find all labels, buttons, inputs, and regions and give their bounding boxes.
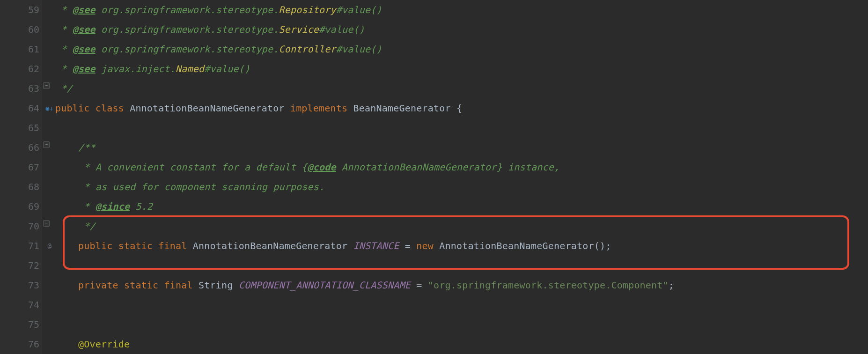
gutter-line: 61 [0,39,39,59]
interface-name: BeanNameGenerator [353,103,456,114]
gutter-line: 72 [0,256,39,275]
javadoc-text: 5.2 [130,201,153,212]
code-line[interactable]: private static final String COMPONENT_AN… [55,275,868,295]
code-line[interactable]: public class AnnotationBeanNameGenerator… [55,98,868,118]
javadoc-member-ref: #value() [336,44,382,55]
gutter-line: 59 [0,0,39,20]
line-number: 69 [28,201,39,212]
javadoc-see-tag: @see [73,4,96,15]
code-line[interactable]: */ [55,216,868,236]
gutter-line: 64 ◉↓ [0,98,39,118]
code-line[interactable]: * @see javax.inject.Named#value() [55,59,868,79]
javadoc-end: */ [55,83,73,94]
line-number: 73 [28,280,39,291]
line-number: 74 [28,299,39,310]
keyword-new: new [416,240,439,251]
code-line[interactable]: * as used for component scanning purpose… [55,177,868,197]
code-line[interactable]: * @since 5.2 [55,197,868,216]
gutter-line: 73 [0,275,39,295]
keyword-class: class [96,103,130,114]
code-line[interactable]: */ [55,79,868,98]
javadoc-start: /** [55,142,96,153]
code-area[interactable]: * @see org.springframework.stereotype.Re… [53,0,868,354]
gutter-line: 60 [0,20,39,39]
code-line[interactable] [55,315,868,334]
javadoc-package-ref: org.springframework.stereotype. [96,4,279,15]
javadoc-since-tag: @since [96,201,130,212]
line-number: 64 [28,103,39,114]
keyword-final: final [158,240,192,251]
fold-toggle-icon[interactable]: − [43,141,50,148]
line-number: 66 [28,142,39,153]
javadoc-text: * [55,63,73,74]
gutter-line: 67 [0,157,39,177]
code-line[interactable]: public static final AnnotationBeanNameGe… [55,236,868,256]
javadoc-class-ref: Repository [279,4,336,15]
code-line[interactable]: /** [55,138,868,157]
line-number: 62 [28,63,39,74]
constant-name: INSTANCE [353,240,399,251]
javadoc-see-tag: @see [73,63,96,74]
gutter: 59 60 61 62 63 64 ◉↓ 65 66 67 68 69 70 7… [0,0,42,354]
type-ref: String [199,280,239,291]
code-line[interactable]: * A convenient constant for a default {@… [55,157,868,177]
assign-op: = [399,240,416,251]
fold-toggle-icon[interactable]: − [43,82,50,89]
line-number: 72 [28,260,39,271]
type-ref: AnnotationBeanNameGenerator [193,240,353,251]
semicolon: ; [669,280,674,291]
code-line[interactable]: * @see org.springframework.stereotype.Re… [55,0,868,20]
constant-name: COMPONENT_ANNOTATION_CLASSNAME [239,280,411,291]
annotation-override: @Override [78,339,130,350]
javadoc-text: * [55,44,73,55]
gutter-line: 68 [0,177,39,197]
line-number: 61 [28,44,39,55]
gutter-line: 74 [0,295,39,315]
javadoc-end: */ [55,221,96,232]
code-line[interactable]: @Override [55,334,868,354]
javadoc-package-ref: javax.inject. [96,63,176,74]
line-number: 67 [28,162,39,173]
code-line[interactable] [55,118,868,138]
gutter-line: 70 [0,216,39,236]
keyword-public: public [78,240,118,251]
javadoc-text: * A convenient constant for a default { [55,162,308,173]
code-line[interactable] [55,295,868,315]
code-line[interactable] [55,256,868,275]
indent [55,339,78,350]
javadoc-member-ref: #value() [204,63,250,74]
javadoc-class-ref: Named [176,63,204,74]
code-line[interactable]: * @see org.springframework.stereotype.Se… [55,20,868,39]
indent [55,240,78,251]
gutter-line: 65 [0,118,39,138]
line-number: 76 [28,339,39,350]
javadoc-see-tag: @see [73,24,96,35]
javadoc-class-ref: Service [279,24,319,35]
javadoc-package-ref: org.springframework.stereotype. [96,44,279,55]
gutter-line: 66 [0,138,39,157]
class-name: AnnotationBeanNameGenerator [130,103,290,114]
fold-toggle-icon[interactable]: − [43,220,50,227]
fold-column: − − − [42,0,53,354]
line-number: 71 [28,240,39,251]
javadoc-member-ref: #value() [319,24,365,35]
javadoc-text: * [55,24,73,35]
code-editor[interactable]: 59 60 61 62 63 64 ◉↓ 65 66 67 68 69 70 7… [0,0,868,354]
javadoc-member-ref: #value() [336,4,382,15]
brace-open: { [456,103,462,114]
gutter-line: 69 [0,197,39,216]
semicolon: ; [605,240,611,251]
line-number: 63 [28,83,39,94]
line-number: 65 [28,122,39,133]
keyword-final: final [164,280,199,291]
code-line[interactable]: * @see org.springframework.stereotype.Co… [55,39,868,59]
gutter-line: 76 [0,334,39,354]
javadoc-text: * [55,201,96,212]
javadoc-package-ref: org.springframework.stereotype. [96,24,279,35]
line-number: 59 [28,4,39,15]
gutter-line: 71 @ [0,236,39,256]
keyword-public: public [55,103,96,114]
javadoc-text: AnnotationBeanNameGenerator} instance, [336,162,559,173]
indent [55,280,78,291]
keyword-private: private [78,280,124,291]
